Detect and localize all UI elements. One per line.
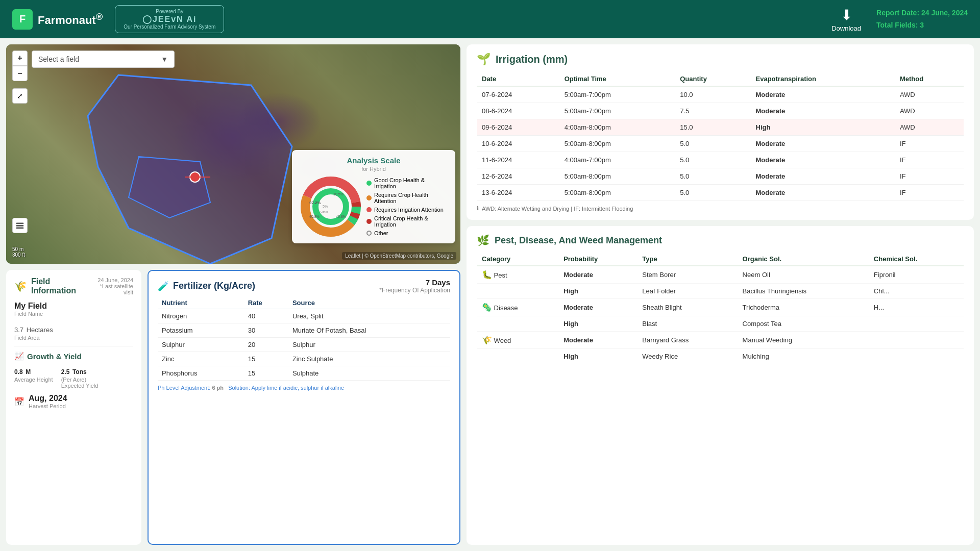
fertilizer-row: Nitrogen 40 Urea, Split xyxy=(158,309,450,323)
analysis-scale-subtitle: for Hybrid xyxy=(300,166,447,172)
total-fields: Total Fields: 3 xyxy=(876,19,968,32)
irrigation-header: 🌱 Irrigation (mm) xyxy=(477,53,964,66)
field-name-value: My Field xyxy=(14,302,133,311)
fert-nutrient: Zinc xyxy=(158,352,244,366)
growth-title: 📈 Growth & Yield xyxy=(14,352,133,361)
report-info: Report Date: 24 June, 2024 Total Fields:… xyxy=(876,7,968,32)
growth-metrics: 0.8 M Average Height 2.5 Tons (Per A xyxy=(14,365,133,389)
yield-metric: 2.5 Tons (Per Acre) Expected Yield xyxy=(61,365,99,389)
pest-chemical xyxy=(869,332,964,349)
irrigation-note: ℹ AWD: Alternate Wetting and Drying | IF… xyxy=(477,205,964,212)
download-label: Download xyxy=(831,24,861,32)
map-container[interactable]: + − ⤢ Select a field ▼ 50 m xyxy=(6,44,460,264)
irr-date: 13-6-2024 xyxy=(477,185,559,201)
field-dropdown[interactable]: Select a field ▼ xyxy=(32,51,175,68)
pest-probability: Moderate xyxy=(558,266,637,284)
field-info-header: 🌾 Field Information 24 June, 2024 *Last … xyxy=(14,277,133,295)
map-attribution: Leaflet | © OpenStreetMap contributors, … xyxy=(342,252,456,260)
irr-col-method: Method xyxy=(895,72,964,86)
irr-time: 4:00am-7:00pm xyxy=(559,152,675,168)
fert-source: Sulphur xyxy=(288,338,450,352)
pest-col-type: Type xyxy=(637,253,737,266)
pest-probability: Moderate xyxy=(558,299,637,316)
irr-col-evap: Evapotranspiration xyxy=(751,72,895,86)
fert-rate: 40 xyxy=(244,309,288,323)
header: F Farmonaut® Powered By ◯JEEvN Ai Our Pe… xyxy=(0,0,980,38)
pest-chemical xyxy=(869,316,964,332)
layer-button[interactable] xyxy=(12,218,28,233)
pest-category xyxy=(477,349,558,364)
zoom-in-button[interactable]: + xyxy=(12,51,28,66)
svg-point-2 xyxy=(190,172,200,182)
irr-method: IF xyxy=(895,185,964,201)
pest-row: High Blast Compost Tea xyxy=(477,316,964,332)
fert-nutrient: Phosphorus xyxy=(158,366,244,381)
pest-table-header: Category Probability Type Organic Sol. C… xyxy=(477,253,964,266)
pest-category: 🦠 Disease xyxy=(477,299,558,316)
field-area-row: 3.7 Hectares Field Area xyxy=(14,323,133,341)
irrigation-table-header: Date Optimal Time Quantity Evapotranspir… xyxy=(477,72,964,86)
irr-qty: 5.0 xyxy=(675,152,750,168)
harvest-row: 📅 Aug, 2024 Harvest Period xyxy=(14,394,133,409)
logo-reg: ® xyxy=(96,11,103,22)
field-info-title: Field Information xyxy=(31,277,90,295)
svg-text:Other: Other xyxy=(321,210,328,213)
pest-organic: Neem Oil xyxy=(738,266,869,284)
height-label: Average Height xyxy=(14,377,53,383)
fertilizer-table-header: Nutrient Rate Source xyxy=(158,297,450,309)
legend-item-irrigation: Requires Irrigation Attention xyxy=(366,207,447,213)
field-info-date: 24 June, 2024 *Last satellite visit xyxy=(94,277,133,295)
pest-category xyxy=(477,284,558,299)
download-button[interactable]: ⬇ Download xyxy=(831,7,861,32)
legend-item-crop-health: Requires Crop Health Attention xyxy=(366,192,447,204)
field-select-label: Select a field xyxy=(38,55,79,63)
fertilizer-table: Nutrient Rate Source Nitrogen 40 Urea, S… xyxy=(158,297,450,381)
irr-evap: Moderate xyxy=(751,185,895,201)
fertilizer-panel: 🧪 Fertilizer (Kg/Acre) 7 Days *Frequency… xyxy=(148,270,460,545)
irrigation-panel: 🌱 Irrigation (mm) Date Optimal Time Quan… xyxy=(467,44,974,220)
fertilizer-row: Zinc 15 Zinc Sulphate xyxy=(158,352,450,366)
fert-source: Zinc Sulphate xyxy=(288,352,450,366)
pest-organic: Trichoderma xyxy=(738,299,869,316)
analysis-body: 97.2% 10.5% 45.8% 40.8% 5% Other Good Cr… xyxy=(300,176,447,237)
irr-evap: Moderate xyxy=(751,86,895,103)
svg-rect-4 xyxy=(16,228,23,229)
pest-chemical: Fipronil xyxy=(869,266,964,284)
height-metric: 0.8 M Average Height xyxy=(14,365,53,389)
app-title: Farmonaut® xyxy=(38,11,103,27)
fertilizer-row: Phosphorus 15 Sulphate xyxy=(158,366,450,381)
growth-section: 📈 Growth & Yield 0.8 M Average Height xyxy=(14,352,133,409)
fertilizer-row: Potassium 30 Muriate Of Potash, Basal xyxy=(158,323,450,338)
yield-label: (Per Acre) Expected Yield xyxy=(61,377,99,389)
fert-rate: 20 xyxy=(244,338,288,352)
field-info-panel: 🌾 Field Information 24 June, 2024 *Last … xyxy=(6,270,141,545)
zoom-out-button[interactable]: − xyxy=(12,66,28,81)
irr-date: 11-6-2024 xyxy=(477,152,559,168)
map-scale: 50 m 300 ft xyxy=(12,246,25,258)
fert-nutrient: Sulphur xyxy=(158,338,244,352)
pest-type: Leaf Folder xyxy=(637,284,737,299)
irr-qty: 5.0 xyxy=(675,136,750,152)
svg-text:5%: 5% xyxy=(323,205,328,208)
pest-col-chemical: Chemical Sol. xyxy=(869,253,964,266)
left-column: + − ⤢ Select a field ▼ 50 m xyxy=(6,44,460,545)
fert-source: Muriate Of Potash, Basal xyxy=(288,323,450,338)
irr-evap: Moderate xyxy=(751,152,895,168)
fullscreen-button[interactable]: ⤢ xyxy=(12,88,28,104)
pest-category: 🌾 Weed xyxy=(477,332,558,349)
main-content: + − ⤢ Select a field ▼ 50 m xyxy=(0,38,980,551)
map-zoom-controls[interactable]: + − xyxy=(12,51,28,81)
irr-date: 07-6-2024 xyxy=(477,86,559,103)
irr-time: 5:00am-8:00pm xyxy=(559,168,675,185)
jeevn-powered: Powered By xyxy=(156,9,183,14)
harvest-icon: 📅 xyxy=(14,397,24,407)
irrigation-title: Irrigation (mm) xyxy=(496,54,568,65)
pest-probability: High xyxy=(558,349,637,364)
pest-organic: Compost Tea xyxy=(738,316,869,332)
fertilizer-footer: Ph Level Adjustment: 6 ph Solution: Appl… xyxy=(158,385,450,391)
irrigation-table: Date Optimal Time Quantity Evapotranspir… xyxy=(477,72,964,201)
harvest-value: Aug, 2024 xyxy=(29,394,67,403)
irr-date: 12-6-2024 xyxy=(477,168,559,185)
pest-col-category: Category xyxy=(477,253,558,266)
fert-rate: 30 xyxy=(244,323,288,338)
